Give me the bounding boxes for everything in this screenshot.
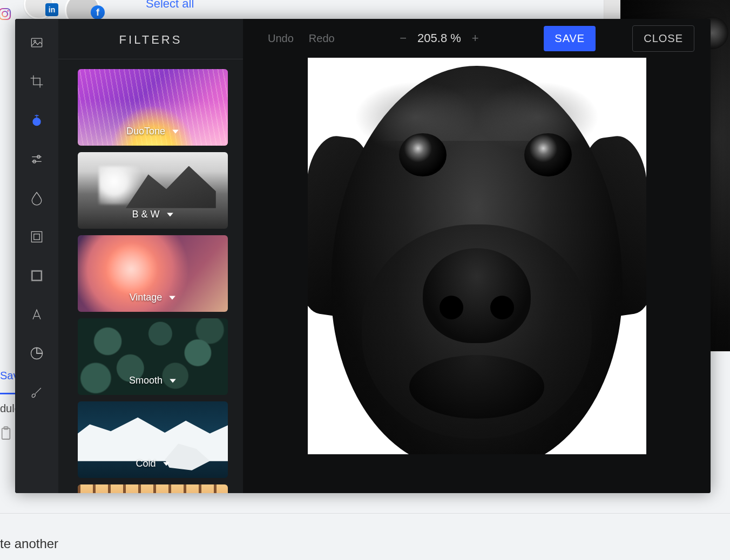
filter-label: Vintage xyxy=(130,292,163,303)
save-button[interactable]: SAVE xyxy=(544,26,596,51)
zoom-value: 205.8 % xyxy=(417,31,461,45)
canvas-stage[interactable] xyxy=(243,58,711,493)
chevron-down-icon xyxy=(168,294,176,302)
svg-rect-0 xyxy=(0,9,10,19)
chevron-down-icon xyxy=(169,377,177,385)
canvas-area: Undo Redo − 205.8 % + SAVE CLOSE xyxy=(243,19,711,493)
filter-label: Smooth xyxy=(129,375,163,386)
zoom-in-button[interactable]: + xyxy=(470,31,481,45)
filter-label: Cold xyxy=(136,458,156,469)
facebook-icon: f xyxy=(91,5,105,19)
filter-card-duotone[interactable]: DuoTone xyxy=(78,69,228,146)
adjust-tool[interactable] xyxy=(28,151,45,168)
redo-button[interactable]: Redo xyxy=(309,32,335,45)
text-tool[interactable] xyxy=(28,306,45,323)
canvas-toolbar: Undo Redo − 205.8 % + SAVE CLOSE xyxy=(243,19,711,58)
panel-title: FILTERS xyxy=(58,19,243,59)
edited-image[interactable] xyxy=(308,58,646,454)
zoom-out-button[interactable]: − xyxy=(397,31,409,45)
tool-rail xyxy=(15,19,58,493)
filter-list[interactable]: DuoTone B & W Vintage Smooth Col xyxy=(58,59,243,493)
instagram-icon xyxy=(0,8,11,21)
zoom-controls: − 205.8 % + xyxy=(397,31,481,45)
filter-thumbnail xyxy=(78,484,228,493)
close-button[interactable]: CLOSE xyxy=(632,25,694,52)
border-tool[interactable] xyxy=(28,267,45,284)
svg-rect-14 xyxy=(32,271,42,281)
svg-rect-15 xyxy=(32,271,42,281)
image-editor-modal: FILTERS DuoTone B & W Vintage Smooth xyxy=(15,19,711,493)
chevron-down-icon xyxy=(166,211,174,218)
filter-card-cold[interactable]: Cold xyxy=(78,401,228,478)
svg-rect-3 xyxy=(2,428,10,439)
brush-tool[interactable] xyxy=(28,384,45,401)
filter-card-warm[interactable] xyxy=(78,484,228,493)
blur-tool[interactable] xyxy=(28,189,45,207)
sticker-tool[interactable] xyxy=(28,345,45,362)
filter-card-vintage[interactable]: Vintage xyxy=(78,235,228,312)
image-content xyxy=(308,58,646,454)
host-create-another[interactable]: te another xyxy=(0,536,58,551)
frame-tool[interactable] xyxy=(28,228,45,245)
filter-label: DuoTone xyxy=(126,126,165,137)
filter-label: B & W xyxy=(132,209,159,220)
image-tool[interactable] xyxy=(28,34,45,51)
filter-card-bw[interactable]: B & W xyxy=(78,152,228,229)
filters-tool[interactable] xyxy=(28,112,45,129)
select-all-link[interactable]: Select all xyxy=(146,0,194,11)
svg-point-7 xyxy=(33,118,40,126)
svg-point-1 xyxy=(2,11,8,17)
crop-tool[interactable] xyxy=(28,73,45,90)
undo-button[interactable]: Undo xyxy=(268,32,294,45)
svg-rect-13 xyxy=(34,234,40,240)
filters-panel: FILTERS DuoTone B & W Vintage Smooth xyxy=(58,19,243,493)
chevron-down-icon xyxy=(172,128,179,135)
chevron-down-icon xyxy=(163,460,170,468)
svg-point-2 xyxy=(7,10,9,12)
svg-rect-12 xyxy=(31,231,42,242)
linkedin-icon: in xyxy=(45,3,58,16)
filter-card-smooth[interactable]: Smooth xyxy=(78,318,228,395)
